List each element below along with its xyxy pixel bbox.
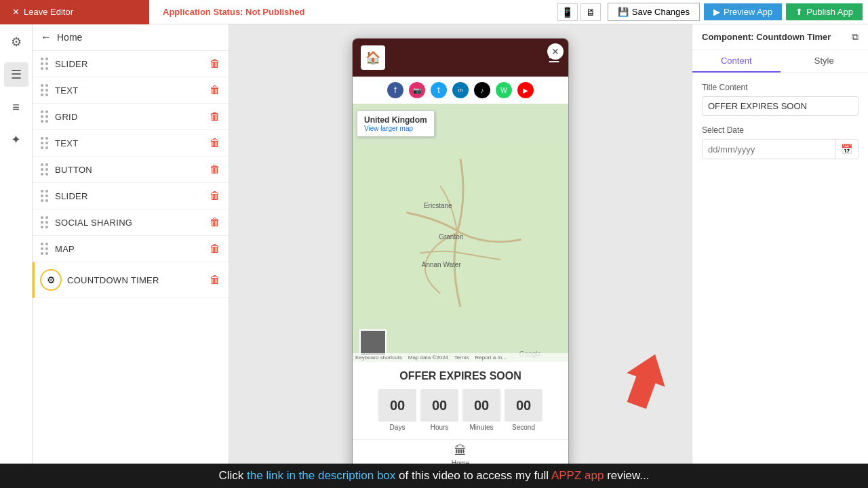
app-status-value: Not Published — [245, 7, 304, 17]
home-nav-icon: 🏛 — [454, 444, 467, 458]
top-bar: ✕ Leave Editor Application Status: Not P… — [0, 0, 868, 24]
title-content-label: Title Content — [702, 83, 859, 92]
linkedin-icon[interactable]: in — [452, 82, 469, 98]
drag-handle — [41, 137, 48, 149]
map-tooltip: United Kingdom View larger map — [357, 110, 435, 137]
date-input[interactable] — [703, 140, 835, 159]
sidebar-icon-settings[interactable]: ⚙ — [4, 30, 28, 54]
panel-tabs: Content Style — [692, 50, 868, 73]
tiktok-icon[interactable]: ♪ — [474, 82, 490, 98]
preview-area: ✕ 🏠 ☰ f 📷 t in ♪ W ▶ — [229, 24, 692, 464]
sidebar-icon-settings2[interactable]: ✦ — [4, 127, 28, 152]
map-label-granton: Granton — [439, 233, 463, 241]
banner-text-after: review... — [604, 469, 649, 482]
back-arrow-icon[interactable]: ← — [41, 31, 52, 43]
delete-icon[interactable]: 🗑 — [210, 110, 220, 123]
delete-icon[interactable]: 🗑 — [210, 216, 220, 228]
calendar-icon[interactable]: 📅 — [835, 140, 858, 159]
list-item[interactable]: GRID 🗑 — [33, 104, 229, 130]
hours-value: 00 — [420, 389, 458, 422]
desktop-view-button[interactable]: 🖥 — [580, 3, 601, 21]
save-icon: 💾 — [618, 7, 629, 17]
red-arrow-indicator — [606, 339, 683, 430]
delete-icon[interactable]: 🗑 — [210, 274, 220, 286]
delete-icon[interactable]: 🗑 — [210, 84, 220, 96]
save-changes-button[interactable]: 💾 Save Changes — [608, 3, 700, 21]
component-name: TEXT — [55, 85, 210, 96]
place-name: United Kingdom — [364, 115, 427, 125]
publish-app-label: Publish App — [806, 7, 853, 17]
component-name: MAP — [55, 244, 210, 254]
whatsapp-icon[interactable]: W — [496, 82, 512, 98]
instagram-icon[interactable]: 📷 — [409, 82, 425, 98]
device-toggles: 📱 🖥 — [557, 3, 601, 21]
sidebar-icon-layers[interactable]: ≡ — [4, 95, 28, 119]
list-item[interactable]: BUTTON 🗑 — [33, 157, 229, 183]
preview-icon: ▶ — [713, 7, 720, 17]
drag-handle — [41, 84, 48, 96]
drag-handle — [41, 110, 48, 123]
drag-handle — [41, 58, 48, 70]
active-indicator: ⚙ — [40, 269, 62, 291]
countdown-seconds: 00 Second — [505, 389, 542, 431]
social-icons-row: f 📷 t in ♪ W ▶ — [353, 77, 568, 104]
preview-app-button[interactable]: ▶ Preview App — [704, 3, 782, 20]
tab-content[interactable]: Content — [692, 50, 781, 73]
countdown-hours: 00 Hours — [420, 389, 458, 431]
seconds-value: 00 — [505, 389, 542, 422]
copy-icon[interactable]: ⧉ — [852, 31, 859, 43]
component-name: GRID — [55, 112, 210, 122]
drag-handle — [41, 163, 48, 176]
delete-icon[interactable]: 🗑 — [210, 163, 220, 176]
panel-content: Title Content Select Date 📅 — [692, 73, 868, 169]
drag-handle — [41, 216, 48, 228]
publish-icon: ⬆ — [795, 7, 803, 17]
map-label-ericstane: Ericstane — [424, 202, 452, 209]
component-name: COUNTDOWN TIMER — [67, 275, 210, 285]
component-list: SLIDER 🗑 TEXT 🗑 GRID 🗑 TEXT 🗑 BUTTON — [33, 51, 229, 464]
list-item[interactable]: TEXT 🗑 — [33, 77, 229, 104]
delete-icon[interactable]: 🗑 — [210, 137, 220, 149]
list-item[interactable]: SLIDER 🗑 — [33, 51, 229, 77]
twitter-icon[interactable]: t — [431, 82, 447, 98]
minutes-value: 00 — [462, 389, 500, 422]
app-logo: 🏠 — [361, 45, 385, 70]
view-larger-map-link[interactable]: View larger map — [364, 125, 427, 132]
icon-sidebar: ⚙ ☰ ≡ ✦ — [0, 24, 33, 464]
right-panel-header: Component: Countdown Timer ⧉ — [692, 24, 868, 50]
panel-home-label: Home — [57, 32, 82, 43]
app-status: Application Status: Not Published — [149, 7, 557, 17]
countdown-boxes: 00 Days 00 Hours 00 Minutes 00 — [358, 389, 563, 431]
title-content-input[interactable] — [702, 96, 859, 116]
map-label-annanwater: Annan Water — [422, 261, 461, 268]
select-date-label: Select Date — [702, 125, 859, 135]
countdown-title: OFFER EXPIRES SOON — [358, 370, 563, 382]
leave-editor-icon: ✕ — [12, 7, 20, 17]
publish-app-button[interactable]: ⬆ Publish App — [786, 3, 863, 20]
delete-icon[interactable]: 🗑 — [210, 190, 220, 202]
phone-container: ✕ 🏠 ☰ f 📷 t in ♪ W ▶ — [352, 38, 569, 464]
days-label: Days — [390, 424, 406, 431]
sidebar-icon-components[interactable]: ☰ — [4, 62, 28, 87]
delete-icon[interactable]: 🗑 — [210, 58, 220, 70]
map-attribution: Keyboard shortcuts Map data ©2024 Terms … — [353, 353, 568, 362]
delete-icon[interactable]: 🗑 — [210, 243, 220, 255]
facebook-icon[interactable]: f — [387, 82, 403, 98]
list-item[interactable]: TEXT 🗑 — [33, 130, 229, 157]
youtube-icon[interactable]: ▶ — [517, 82, 534, 98]
bottom-nav-home[interactable]: 🏛 Home — [452, 444, 470, 464]
hours-label: Hours — [431, 424, 449, 431]
tab-style[interactable]: Style — [781, 50, 869, 73]
mobile-view-button[interactable]: 📱 — [557, 3, 578, 21]
app-status-label: Application Status: — [163, 7, 243, 17]
seconds-label: Second — [512, 424, 535, 431]
list-item[interactable]: MAP 🗑 — [33, 236, 229, 262]
list-item-countdown[interactable]: ⚙ COUNTDOWN TIMER 🗑 — [33, 262, 229, 298]
close-preview-button[interactable]: ✕ — [547, 43, 564, 60]
list-item[interactable]: SOCIAL SHARING 🗑 — [33, 209, 229, 236]
minutes-label: Minutes — [469, 424, 493, 431]
leave-editor-button[interactable]: ✕ Leave Editor — [0, 0, 149, 24]
date-input-row: 📅 — [702, 139, 859, 159]
list-item[interactable]: SLIDER 🗑 — [33, 183, 229, 209]
phone-mockup: 🏠 ☰ f 📷 t in ♪ W ▶ — [352, 38, 569, 464]
